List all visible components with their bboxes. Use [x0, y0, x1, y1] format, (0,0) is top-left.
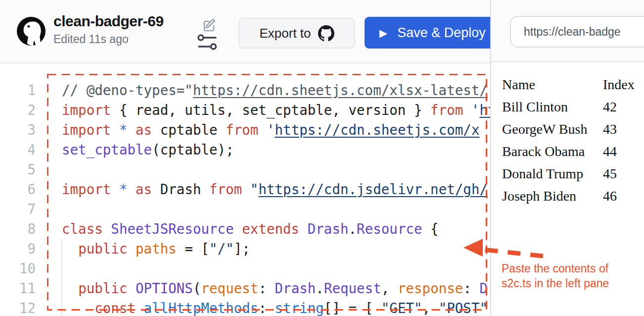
deno-logo-icon[interactable]: [17, 17, 46, 46]
line-number: 4: [0, 140, 36, 159]
line-number: 9: [0, 239, 36, 259]
line-number: 5: [0, 159, 36, 179]
cell-index: 46: [603, 185, 635, 207]
code-line[interactable]: 6import * as Drash from "https://cdn.jsd…: [0, 179, 490, 199]
code-line[interactable]: 8class SheetJSResource extends Drash.Res…: [0, 219, 490, 239]
table-row: Barack Obama44: [502, 140, 635, 162]
preview-pane-body: NameIndexBill Clinton42GeorgeW Bush43Bar…: [491, 62, 644, 207]
code-text: import { read, utils, set_cptable, versi…: [62, 100, 490, 120]
playground-window: clean-badger-69 Edited 11s ago Export to…: [0, 0, 644, 316]
line-number: 7: [0, 199, 36, 219]
code-text: import * as Drash from "https://cdn.jsde…: [62, 179, 488, 199]
table-row: Bill Clinton42: [502, 96, 635, 118]
preview-pane: NameIndexBill Clinton42GeorgeW Bush43Bar…: [490, 0, 644, 316]
line-number: 11: [0, 278, 36, 298]
cell-index: 43: [603, 118, 635, 140]
cell-index: 45: [603, 162, 635, 185]
code-line[interactable]: 7: [0, 199, 490, 219]
line-number: 12: [0, 298, 36, 316]
code-editor[interactable]: 1// @deno-types="https://cdn.sheetjs.com…: [0, 63, 490, 316]
code-text: // @deno-types="https://cdn.sheetjs.com/…: [62, 80, 488, 100]
line-number: 6: [0, 179, 36, 199]
table-header-row: NameIndex: [502, 73, 635, 96]
preview-table: NameIndexBill Clinton42GeorgeW Bush43Bar…: [502, 73, 635, 207]
code-text: class SheetJSResource extends Drash.Reso…: [62, 219, 439, 239]
cell-index: 42: [603, 96, 635, 118]
code-text: public OPTIONS(request: Drash.Request, r…: [62, 278, 490, 298]
cell-name: Joseph Biden: [502, 185, 603, 207]
code-line[interactable]: 5: [0, 159, 490, 179]
table-row: Joseph Biden46: [502, 185, 635, 207]
cell-index: 44: [603, 140, 635, 162]
code-lines: 1// @deno-types="https://cdn.sheetjs.com…: [0, 80, 490, 316]
code-text: set_cptable(cptable);: [62, 140, 234, 159]
share-icon[interactable]: [197, 34, 219, 54]
cell-name: Barack Obama: [502, 140, 603, 162]
project-title: clean-badger-69: [53, 13, 164, 30]
code-line[interactable]: 9 public paths = ["/"];: [0, 239, 490, 259]
code-line[interactable]: 2import { read, utils, set_cptable, vers…: [0, 100, 490, 120]
code-line[interactable]: 1// @deno-types="https://cdn.sheetjs.com…: [0, 80, 490, 100]
github-icon: [318, 25, 334, 42]
preview-pane-header: [491, 0, 644, 62]
code-line[interactable]: 11 public OPTIONS(request: Drash.Request…: [0, 278, 490, 298]
cell-name: Donald Trump: [502, 162, 603, 185]
table-row: GeorgeW Bush43: [502, 118, 635, 140]
indent-guide: [61, 240, 62, 316]
code-text: const allHttpMethods: string[] = [ "GET"…: [62, 298, 488, 316]
line-number: 10: [0, 259, 36, 278]
cell-name: GeorgeW Bush: [502, 118, 603, 140]
cell-name: Bill Clinton: [502, 96, 603, 118]
code-text: public paths = ["/"];: [62, 239, 250, 259]
cell-name: Name: [502, 73, 603, 96]
line-number: 3: [0, 120, 36, 140]
export-to-github-button[interactable]: Export to: [238, 18, 355, 49]
line-number: 1: [0, 80, 36, 100]
line-number: 2: [0, 100, 36, 120]
edited-timestamp: Edited 11s ago: [53, 33, 129, 46]
code-line[interactable]: 10: [0, 259, 490, 278]
play-icon: ▶: [379, 28, 387, 38]
code-line[interactable]: 4set_cptable(cptable);: [0, 140, 490, 159]
pencil-square-icon[interactable]: [202, 17, 218, 33]
cell-index: Index: [603, 73, 635, 96]
code-text: import * as cptable from 'https://cdn.sh…: [62, 120, 479, 140]
code-line[interactable]: 3import * as cptable from 'https://cdn.s…: [0, 120, 490, 140]
code-line[interactable]: 12 const allHttpMethods: string[] = [ "G…: [0, 298, 490, 316]
save-deploy-button[interactable]: ▶ Save & Deploy: [365, 17, 509, 49]
line-number: 8: [0, 219, 36, 239]
export-label: Export to: [259, 26, 311, 41]
title-icons: [197, 17, 221, 58]
save-deploy-label: Save & Deploy: [397, 25, 486, 41]
playground-url-input[interactable]: [510, 16, 644, 48]
table-row: Donald Trump45: [502, 162, 635, 185]
